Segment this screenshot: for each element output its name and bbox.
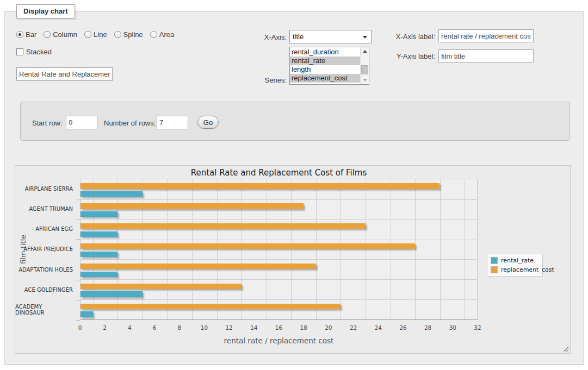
x-tick-label: 12	[225, 324, 232, 331]
series-option[interactable]: rental_duration	[290, 48, 360, 57]
x-tick-label: 4	[128, 324, 132, 331]
bar-replacement_cost	[81, 243, 415, 249]
x-tick-label: 2	[103, 324, 107, 331]
radio-label: Area	[159, 30, 174, 39]
gridline-horizontal	[81, 259, 477, 260]
number-of-rows-label: Number of rows:	[104, 119, 156, 127]
page: Display chart BarColumnLineSplineArea St…	[0, 0, 588, 370]
xaxis-select[interactable]: title	[289, 30, 372, 43]
gridline-horizontal	[81, 299, 477, 300]
x-tick-label: 30	[449, 324, 456, 331]
gridline-vertical	[167, 179, 168, 319]
start-row-input[interactable]	[66, 116, 97, 129]
radio-icon[interactable]	[114, 31, 121, 38]
y-tick-mark	[76, 239, 80, 240]
x-tick-label: 18	[300, 324, 307, 331]
x-tick-label: 20	[325, 324, 332, 331]
category-label: ADAPTATION HOLES	[15, 260, 77, 280]
bar-rental_rate	[81, 231, 117, 237]
scrollbar-thumb[interactable]	[361, 65, 368, 74]
category-label: ACADEMY DINOSAUR	[15, 300, 77, 320]
x-tick-label: 14	[250, 324, 257, 331]
chart-type-radio-area[interactable]: Area	[150, 30, 174, 39]
series-listbox[interactable]: rental_durationrental_ratelengthreplacem…	[289, 47, 369, 85]
number-of-rows-input[interactable]	[157, 116, 188, 129]
rows-panel: Start row: Number of rows: Go	[20, 102, 570, 141]
scroll-up-button[interactable]	[361, 47, 369, 55]
bar-replacement_cost	[81, 223, 366, 229]
xaxis-label-caption: X-Axis label:	[381, 33, 435, 41]
gridline-vertical	[93, 179, 94, 319]
chart-type-radio-column[interactable]: Column	[44, 30, 77, 39]
legend-swatch-icon	[491, 257, 498, 264]
gridline-horizontal	[81, 199, 477, 200]
x-tick-label: 8	[177, 324, 181, 331]
chart-type-radio-bar[interactable]: Bar	[16, 30, 36, 39]
bar-replacement_cost	[81, 304, 341, 309]
bar-replacement_cost	[81, 203, 304, 209]
chart-type-radio-spline[interactable]: Spline	[114, 30, 143, 39]
x-tick-label: 32	[474, 324, 481, 331]
category-label: AFFAIR PREJUDICE	[15, 239, 77, 259]
y-tick-mark	[76, 300, 80, 300]
gridline-horizontal	[81, 220, 477, 220]
gridline-vertical	[465, 179, 465, 319]
scroll-down-icon	[363, 79, 367, 81]
chart-title: Rental Rate and Replacement Cost of Film…	[80, 168, 478, 178]
radio-icon[interactable]	[150, 31, 157, 38]
category-label: AIRPLANE SIERRA	[15, 179, 77, 199]
series-option[interactable]: length	[290, 65, 360, 74]
scroll-up-icon	[363, 50, 367, 53]
series-option[interactable]: rental_rate	[290, 57, 360, 65]
radio-icon[interactable]	[16, 31, 23, 38]
y-tick-mark	[76, 219, 80, 220]
radio-icon[interactable]	[84, 31, 91, 38]
radio-label: Column	[53, 30, 77, 39]
bar-rental_rate	[81, 191, 143, 197]
legend-swatch-icon	[491, 266, 498, 273]
gridline-horizontal	[81, 279, 477, 280]
chart-title-input[interactable]	[16, 67, 113, 81]
y-tick-mark	[76, 260, 80, 260]
yaxis-label-input[interactable]	[438, 49, 534, 62]
bar-replacement_cost	[81, 264, 316, 269]
gridline-vertical	[143, 179, 143, 319]
bar-rental_rate	[81, 272, 117, 277]
radio-label: Bar	[26, 30, 36, 39]
y-tick-mark	[76, 179, 80, 179]
series-scrollbar[interactable]	[360, 47, 369, 84]
legend-row: replacement_cost	[491, 266, 539, 273]
series-option[interactable]: replacement_cost	[290, 74, 360, 83]
x-tick-label: 28	[424, 324, 431, 331]
category-label: AFRICAN EGG	[15, 219, 77, 239]
y-tick-mark	[76, 199, 80, 199]
x-axis-ticks: 02468101214161820222426283032	[80, 324, 478, 332]
xaxis-label-input[interactable]	[438, 29, 534, 42]
bar-rental_rate	[81, 291, 143, 297]
category-label: ACE GOLDFINGER	[15, 280, 77, 300]
y-tick-mark	[76, 320, 80, 321]
radio-label: Spline	[123, 30, 143, 39]
stacked-checkbox-row[interactable]: Stacked	[16, 48, 52, 56]
stacked-label: Stacked	[26, 48, 52, 56]
x-tick-label: 26	[399, 324, 406, 331]
scroll-down-button[interactable]	[361, 76, 369, 84]
radio-icon[interactable]	[44, 31, 51, 38]
category-label: AGENT TRUMAN	[15, 199, 77, 219]
x-tick-label: 0	[78, 324, 82, 331]
stacked-checkbox[interactable]	[16, 48, 23, 55]
dropdown-arrow-icon	[363, 36, 367, 39]
go-button[interactable]: Go	[197, 116, 219, 129]
bar-rental_rate	[81, 311, 93, 317]
y-axis-ticks	[76, 179, 80, 321]
y-axis-labels: AIRPLANE SIERRAAGENT TRUMANAFRICAN EGGAF…	[15, 179, 77, 320]
gridline-vertical	[192, 179, 193, 319]
legend-label: replacement_cost	[501, 266, 554, 273]
resize-handle-icon[interactable]	[562, 345, 568, 352]
plot-area	[80, 179, 478, 320]
chart-container: Rental Rate and Replacement Cost of Film…	[15, 165, 571, 354]
chart-type-radio-line[interactable]: Line	[84, 30, 107, 39]
legend-label: rental_rate	[501, 257, 534, 264]
chart-legend: rental_ratereplacement_cost	[487, 254, 543, 277]
bar-rental_rate	[81, 252, 117, 257]
